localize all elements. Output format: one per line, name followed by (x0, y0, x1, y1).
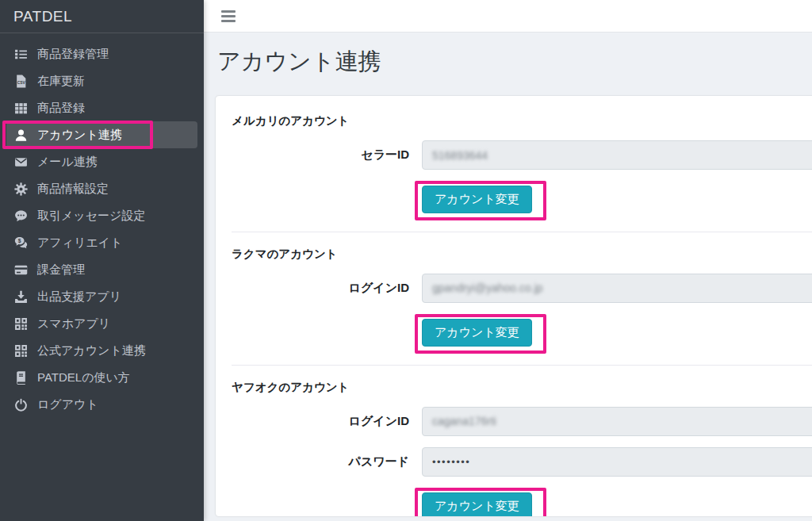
gear-icon (13, 182, 29, 196)
sidebar-item-mail-link[interactable]: メール連携 (6, 148, 197, 175)
sidebar-item-label: 公式アカウント連携 (37, 343, 146, 358)
sidebar-item-listing-support-app[interactable]: 出品支援アプリ (6, 283, 197, 310)
sidebar-item-label: 課金管理 (37, 262, 85, 278)
button-row: アカウント変更 (232, 314, 812, 354)
text-input[interactable]: gpandryi@yahoo.co.jp (422, 274, 812, 303)
annotation-highlight-box: アカウント変更 (415, 488, 546, 517)
sidebar-item-account-link[interactable]: アカウント連携 (6, 121, 197, 148)
sidebar-item-label: アフィリエイト (37, 236, 122, 251)
sidebar: PATDEL 商品登録管理CSV在庫更新商品登録アカウント連携メール連携商品情報… (0, 0, 204, 521)
sidebar-item-label: メール連携 (37, 155, 98, 170)
account-change-button-yahoo-auction[interactable]: アカウント変更 (422, 492, 532, 517)
sidebar-item-label: 商品情報設定 (37, 182, 109, 197)
sidebar-item-official-account-link[interactable]: 公式アカウント連携 (6, 337, 197, 364)
qrcode-icon (13, 317, 29, 331)
section-divider (232, 365, 812, 366)
user-icon (13, 128, 29, 142)
sidebar-item-transaction-message-settings[interactable]: 取引メッセージ設定 (6, 202, 197, 229)
sidebar-item-label: 商品登録 (37, 101, 85, 116)
content-area: アカウント連携 メルカリのアカウントセラーID516893644アカウント変更ラ… (204, 33, 812, 521)
page-title: アカウント連携 (217, 46, 812, 78)
text-input[interactable]: cagana176rti (422, 407, 812, 436)
csv-file-icon: CSV (13, 75, 29, 88)
field-value: gpandryi@yahoo.co.jp (432, 282, 543, 294)
button-row: アカウント変更 (232, 488, 812, 517)
sidebar-item-stock-update[interactable]: CSV在庫更新 (6, 67, 197, 94)
sidebar-nav: 商品登録管理CSV在庫更新商品登録アカウント連携メール連携商品情報設定取引メッセ… (0, 33, 204, 418)
sidebar-item-patdel-guide[interactable]: PATDELの使い方 (6, 364, 197, 391)
main-area: アカウント連携 メルカリのアカウントセラーID516893644アカウント変更ラ… (204, 0, 812, 521)
sidebar-item-label: アカウント連携 (37, 128, 122, 143)
app-window: PATDEL 商品登録管理CSV在庫更新商品登録アカウント連携メール連携商品情報… (0, 0, 812, 521)
power-icon (13, 398, 29, 412)
sidebar-item-product-registration[interactable]: 商品登録 (6, 94, 197, 121)
brand-logo[interactable]: PATDEL (0, 0, 204, 33)
sidebar-item-product-info-settings[interactable]: 商品情報設定 (6, 175, 197, 202)
comments-dollar-icon: $ (13, 236, 29, 250)
envelope-icon (13, 155, 29, 169)
annotation-highlight-box: アカウント変更 (415, 314, 546, 354)
sidebar-item-billing-management[interactable]: 課金管理 (6, 256, 197, 283)
credit-card-icon (13, 263, 29, 277)
svg-text:$: $ (17, 238, 21, 244)
grid-icon (13, 102, 29, 115)
sidebar-item-label: ログアウト (37, 397, 98, 412)
sidebar-item-label: 在庫更新 (37, 74, 85, 89)
field-value: •••••••• (432, 456, 470, 468)
field-value: cagana176rti (432, 415, 496, 427)
text-input[interactable]: 516893644 (422, 140, 812, 170)
sidebar-item-label: PATDELの使い方 (37, 370, 130, 385)
form-field-row: セラーID516893644 (232, 140, 812, 170)
hamburger-menu-icon[interactable] (221, 10, 236, 22)
qrcode-icon (13, 344, 29, 358)
account-link-card: メルカリのアカウントセラーID516893644アカウント変更ラクマのアカウント… (216, 96, 812, 516)
sidebar-item-product-registration-management[interactable]: 商品登録管理 (6, 40, 197, 67)
field-value: 516893644 (432, 149, 488, 162)
account-section-mercari: メルカリのアカウントセラーID516893644アカウント変更 (232, 113, 812, 220)
sidebar-item-label: 商品登録管理 (37, 47, 109, 62)
list-check-icon (13, 48, 29, 61)
field-label: パスワード (232, 454, 422, 469)
account-section-yahoo-auction: ヤフオクのアカウントログインIDcagana176rtiパスワード•••••••… (232, 380, 812, 517)
section-divider (232, 232, 812, 232)
section-heading: メルカリのアカウント (232, 113, 812, 128)
sidebar-item-label: 取引メッセージ設定 (37, 209, 145, 224)
sidebar-item-label: スマホアプリ (37, 316, 110, 331)
form-field-row: パスワード•••••••• (232, 447, 812, 477)
field-label: セラーID (232, 147, 422, 163)
sidebar-item-affiliate[interactable]: $アフィリエイト (6, 229, 197, 256)
text-input[interactable]: •••••••• (422, 447, 812, 477)
field-label: ログインID (232, 281, 422, 296)
account-section-rakuma: ラクマのアカウントログインIDgpandryi@yahoo.co.jpアカウント… (232, 247, 812, 354)
download-icon (13, 290, 29, 304)
form-field-row: ログインIDgpandryi@yahoo.co.jp (232, 274, 812, 303)
topbar (204, 0, 812, 33)
sidebar-item-smartphone-app[interactable]: スマホアプリ (6, 310, 197, 337)
sidebar-item-label: 出品支援アプリ (37, 289, 121, 305)
sidebar-item-logout[interactable]: ログアウト (6, 391, 197, 418)
account-change-button-rakuma[interactable]: アカウント変更 (422, 319, 532, 347)
comment-dots-icon (13, 209, 29, 223)
section-heading: ラクマのアカウント (232, 247, 812, 262)
field-label: ログインID (232, 414, 422, 429)
form-field-row: ログインIDcagana176rti (232, 407, 812, 436)
annotation-highlight-box: アカウント変更 (415, 181, 546, 220)
svg-text:CSV: CSV (17, 81, 25, 85)
section-heading: ヤフオクのアカウント (232, 380, 812, 395)
button-row: アカウント変更 (232, 181, 812, 220)
book-icon (13, 371, 29, 385)
account-change-button-mercari[interactable]: アカウント変更 (422, 186, 532, 213)
